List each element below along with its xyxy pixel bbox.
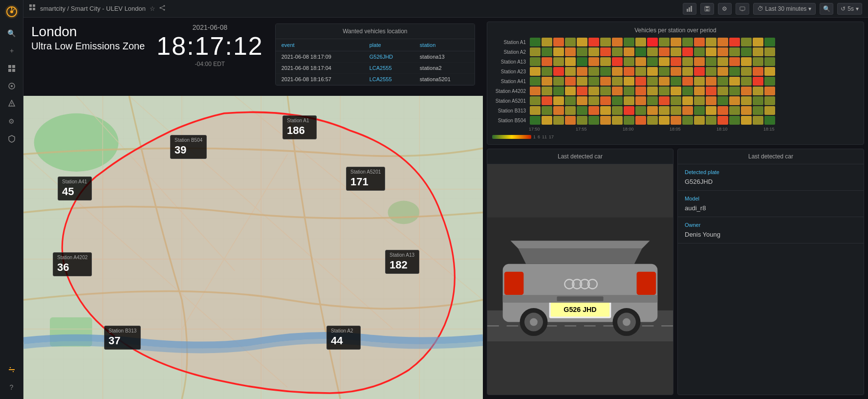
car-detail-model: Modelaudi_r8 xyxy=(678,191,864,217)
events-table-row: 2021-06-08 18:17:04LCA2555stationa2 xyxy=(276,63,475,74)
heatmap-cell xyxy=(588,77,599,86)
heatmap-cell xyxy=(741,77,752,86)
heatmap-cell xyxy=(717,87,728,95)
heatmap-cell xyxy=(530,67,541,76)
grafana-logo[interactable] xyxy=(4,4,20,20)
tv-icon-btn[interactable] xyxy=(736,3,749,15)
heatmap-cell xyxy=(612,96,623,105)
heatmap-cell xyxy=(600,77,611,86)
heatmap-cell xyxy=(682,87,693,95)
heatmap-cell xyxy=(659,77,670,86)
heatmap-cell xyxy=(717,96,728,105)
car-detail-value: audi_r8 xyxy=(685,204,857,212)
time-label xyxy=(740,127,751,132)
settings-icon-btn[interactable]: ⚙ xyxy=(718,3,732,15)
station-label: Station A41 xyxy=(62,179,87,184)
heatmap-cell xyxy=(717,106,728,115)
time-range-picker[interactable]: ⏱ Last 30 minutes ▾ xyxy=(753,3,816,15)
heatmap-cell xyxy=(588,106,599,115)
svg-rect-29 xyxy=(706,6,709,8)
car-detail-label: Model xyxy=(685,196,857,201)
sidebar-shield[interactable] xyxy=(4,131,20,147)
station-count: 39 xyxy=(174,144,202,156)
heatmap-cell xyxy=(764,38,775,46)
heatmap-cell xyxy=(694,106,705,115)
heatmap-cell xyxy=(671,47,681,56)
time-label xyxy=(681,127,692,132)
heatmap-cell xyxy=(553,47,564,56)
time-label xyxy=(752,127,762,132)
sidebar-dashboards[interactable] xyxy=(4,61,20,76)
heatmap-cell xyxy=(612,106,623,115)
heatmap-cell xyxy=(553,106,564,115)
heatmap-cell xyxy=(612,38,623,46)
sidebar-settings[interactable]: ⚙ xyxy=(4,113,20,129)
heatmap-cell xyxy=(717,38,728,46)
star-icon[interactable]: ☆ xyxy=(150,5,155,12)
legend-mid1: 6 xyxy=(538,134,540,139)
heatmap-station-label: Station A1 xyxy=(492,40,529,45)
heatmap-station-label: Station A13 xyxy=(492,59,529,65)
heatmap-cell xyxy=(577,87,587,95)
svg-text:G526 JHD: G526 JHD xyxy=(564,306,596,313)
time-label xyxy=(599,127,610,132)
time-label: 17:55 xyxy=(576,127,586,132)
svg-point-12 xyxy=(11,105,12,105)
refresh-control[interactable]: ↺ 5s ▾ xyxy=(837,3,862,15)
svg-point-10 xyxy=(11,85,13,87)
svg-rect-6 xyxy=(12,65,15,68)
heatmap-cell xyxy=(647,57,658,66)
heatmap-cell xyxy=(647,47,658,56)
heatmap-cell xyxy=(553,87,564,95)
heatmap-cell xyxy=(729,87,740,95)
heatmap-cell xyxy=(741,106,752,115)
sidebar-help[interactable]: ? xyxy=(4,379,20,395)
station-count: 186 xyxy=(287,124,312,137)
breadcrumb[interactable]: smartcity / Smart City - ULEV London xyxy=(40,5,146,12)
heatmap-cell xyxy=(600,87,611,95)
heatmap-cell xyxy=(741,38,752,46)
heatmap-cell xyxy=(577,116,587,125)
heatmap-cell xyxy=(612,116,623,125)
heatmap-cell xyxy=(671,38,681,46)
heatmap-cell xyxy=(729,38,740,46)
heatmap-cell xyxy=(764,67,775,76)
car-detail-detected-plate: Detected plateG526JHD xyxy=(678,164,864,191)
car-details-fields: Detected plateG526JHDModelaudi_r8OwnerDe… xyxy=(678,164,864,244)
events-table-section: Wanted vehicles location event plate sta… xyxy=(275,23,475,86)
heatmap-cell xyxy=(612,47,623,56)
sidebar: 🔍 ＋ ⚙ ? xyxy=(0,0,23,399)
refresh-icon: ↺ xyxy=(841,5,846,12)
heatmap-cell xyxy=(682,116,693,125)
map-section: Station A1186Station B50439Station A5201… xyxy=(23,96,483,399)
events-cell-plate: LCA2555 xyxy=(364,63,414,74)
heatmap-cell xyxy=(624,106,634,115)
legend-mid2: 11 xyxy=(542,134,547,139)
heatmap-cell xyxy=(753,106,763,115)
heatmap-cell xyxy=(530,77,541,86)
sidebar-alerts[interactable] xyxy=(4,96,20,111)
sidebar-search[interactable]: 🔍 xyxy=(4,25,20,41)
sidebar-explore[interactable] xyxy=(4,78,20,94)
search-icon-btn[interactable]: 🔍 xyxy=(820,3,833,15)
sidebar-tools[interactable] xyxy=(4,362,20,377)
heatmap-cell xyxy=(671,67,681,76)
heatmap-cell xyxy=(671,96,681,105)
station-marker-station_a5201: Station A5201171 xyxy=(346,167,385,191)
save-icon-btn[interactable] xyxy=(700,3,714,15)
time-label: 18:00 xyxy=(623,127,633,132)
svg-rect-17 xyxy=(33,4,35,7)
topbar: smartcity / Smart City - ULEV London ☆ ⚙… xyxy=(23,0,868,18)
sidebar-add[interactable]: ＋ xyxy=(4,43,20,59)
heatmap-station-label: Station A4202 xyxy=(492,89,529,94)
chart-icon-btn[interactable] xyxy=(683,3,696,15)
heatmap-row: Station A1 xyxy=(492,38,859,46)
heatmap-cell xyxy=(635,67,646,76)
map-container[interactable]: Station A1186Station B50439Station A5201… xyxy=(23,96,483,399)
share-icon[interactable] xyxy=(159,5,165,12)
heatmap-cell xyxy=(753,116,763,125)
heatmap-cell xyxy=(647,106,658,115)
heatmap-cell xyxy=(565,38,576,46)
heatmap-row: Station A5201 xyxy=(492,96,859,105)
heatmap-cell xyxy=(694,116,705,125)
